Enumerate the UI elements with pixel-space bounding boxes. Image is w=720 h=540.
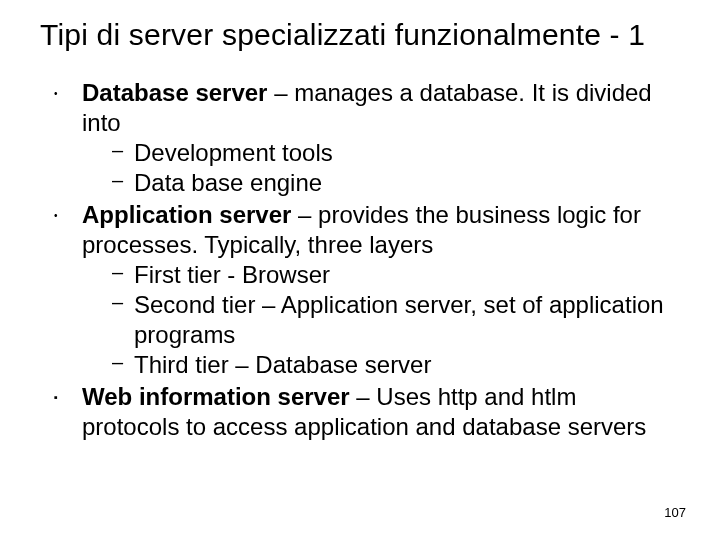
content-list: Database server – manages a database. It… xyxy=(40,78,690,442)
list-item: Application server – provides the busine… xyxy=(40,200,680,380)
sub-item: Third tier – Database server xyxy=(112,350,680,380)
slide-title: Tipi di server specializzati funzionalme… xyxy=(40,18,690,52)
item-bold: Database server xyxy=(82,79,267,106)
list-item: Web information server – Uses http and h… xyxy=(40,382,680,442)
sub-item: Data base engine xyxy=(112,168,680,198)
sub-item: Development tools xyxy=(112,138,680,168)
page-number: 107 xyxy=(664,505,686,520)
item-bold: Web information server xyxy=(82,383,350,410)
list-item: Database server – manages a database. It… xyxy=(40,78,680,198)
sub-item: Second tier – Application server, set of… xyxy=(112,290,680,350)
sub-list: First tier - Browser Second tier – Appli… xyxy=(82,260,680,380)
item-bold: Application server xyxy=(82,201,291,228)
sub-item: First tier - Browser xyxy=(112,260,680,290)
sub-list: Development tools Data base engine xyxy=(82,138,680,198)
slide: Tipi di server specializzati funzionalme… xyxy=(0,0,720,540)
